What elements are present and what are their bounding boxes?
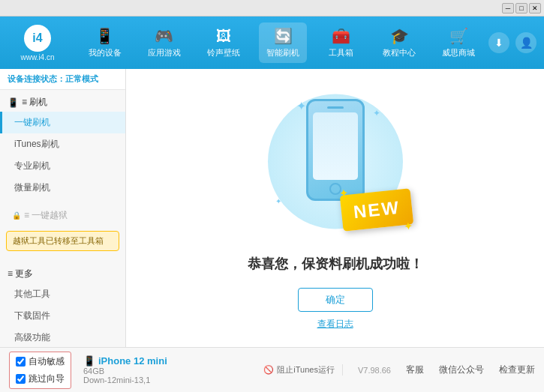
star-bottom: ✦ (403, 220, 413, 232)
device-status: 设备连接状态：正常模式 (0, 69, 125, 90)
jailbreak-disabled: 🔒 ≡ 一键越狱 (0, 205, 125, 226)
logo-area[interactable]: i4 www.i4.cn (8, 25, 68, 61)
sidebar: 设备连接状态：正常模式 📱 ≡ 刷机 一键刷机 iTunes刷机 专业刷机 微量… (0, 69, 126, 347)
device-storage: 64GB (83, 367, 167, 376)
nav-my-device[interactable]: 📱 我的设备 (81, 22, 129, 63)
main-content: ✦ ✦ ✦ ✦ NEW ✦ (126, 69, 544, 347)
success-illustration: ✦ ✦ ✦ ✦ NEW ✦ (253, 85, 418, 243)
version-text: V7.98.66 (358, 366, 391, 375)
phone-illustration (306, 99, 365, 201)
checkbox-auto-label[interactable]: 自动敏感 (16, 355, 65, 368)
success-text: 恭喜您，保资料刷机成功啦！ (248, 255, 423, 273)
nav-smart-flash[interactable]: 🔄 智能刷机 (259, 22, 307, 63)
itunes-icon: 🚫 (263, 365, 274, 375)
device-info: 📱 iPhone 12 mini 64GB Down-12mini-13,1 (83, 355, 167, 385)
apps-games-label: 应用游戏 (148, 47, 181, 58)
sparkle-2: ✦ (373, 108, 380, 118)
sidebar-item-download-firmware[interactable]: 下载固件 (0, 305, 125, 327)
tutorial-icon: 🎓 (390, 27, 409, 45)
checkbox-group: 自动敏感 跳过向导 (9, 352, 71, 389)
toolbox-label: 工具箱 (329, 47, 353, 58)
ringtone-icon: 🖼 (216, 28, 231, 45)
ringtone-label: 铃声壁纸 (207, 47, 240, 58)
new-ribbon: ✦ NEW ✦ (339, 188, 413, 232)
header: i4 www.i4.cn 📱 我的设备 🎮 应用游戏 🖼 铃声壁纸 🔄 智能刷机… (0, 16, 544, 69)
support-link[interactable]: 客服 (406, 364, 424, 376)
nav-mall[interactable]: 🛒 威思商城 (434, 22, 482, 63)
sparkle-3: ✦ (275, 197, 281, 205)
itunes-label: 阻止iTunes运行 (277, 364, 335, 376)
lock-icon: 🔒 (12, 211, 21, 220)
logo-subtext: www.i4.cn (20, 53, 54, 61)
confirm-button[interactable]: 确定 (298, 288, 373, 312)
my-device-label: 我的设备 (89, 47, 122, 58)
log-link[interactable]: 查看日志 (317, 318, 353, 331)
status-value: 正常模式 (65, 74, 98, 83)
minimize-button[interactable]: ─ (502, 3, 514, 13)
sidebar-item-pro-flash[interactable]: 专业刷机 (0, 155, 125, 177)
nav-toolbox[interactable]: 🧰 工具箱 (319, 22, 364, 63)
device-name-text: iPhone 12 mini (98, 355, 167, 367)
sidebar-item-one-click-flash[interactable]: 一键刷机 (0, 112, 125, 133)
wechat-link[interactable]: 微信公众号 (439, 364, 484, 376)
titlebar: ─ □ ✕ (0, 0, 544, 16)
smart-flash-icon: 🔄 (274, 27, 293, 45)
bottom-right: 🚫 阻止iTunes运行 V7.98.66 客服 微信公众号 检查更新 (263, 364, 535, 376)
mall-label: 威思商城 (442, 47, 475, 58)
nav-tutorial[interactable]: 🎓 教程中心 (375, 22, 423, 63)
update-link[interactable]: 检查更新 (499, 364, 535, 376)
status-label: 设备连接状态： (8, 74, 65, 83)
tutorial-label: 教程中心 (383, 47, 416, 58)
phone-speaker (327, 106, 344, 109)
device-name-row: 📱 iPhone 12 mini (83, 355, 167, 367)
nav-ringtone[interactable]: 🖼 铃声壁纸 (200, 23, 248, 63)
checkbox-skip-label[interactable]: 跳过向导 (16, 373, 65, 385)
close-button[interactable]: ✕ (529, 3, 541, 13)
user-button[interactable]: 👤 (515, 32, 536, 53)
star-top: ✦ (338, 187, 349, 199)
logo-icon: i4 (24, 25, 51, 52)
sparkle-1: ✦ (296, 99, 306, 113)
mall-icon: 🛒 (449, 27, 468, 45)
sidebar-item-brush-flash[interactable]: 微量刷机 (0, 177, 125, 199)
itunes-status: 🚫 阻止iTunes运行 (263, 364, 343, 376)
sidebar-item-other-tools[interactable]: 其他工具 (0, 283, 125, 305)
smart-flash-label: 智能刷机 (266, 47, 299, 58)
header-actions: ⬇ 👤 (488, 32, 536, 53)
sidebar-item-advanced[interactable]: 高级功能 (0, 327, 125, 347)
flash-icon: 📱 (8, 97, 19, 108)
apps-games-icon: 🎮 (155, 27, 173, 45)
more-section-title: ≡ 更多 (0, 262, 125, 283)
nav-apps-games[interactable]: 🎮 应用游戏 (140, 22, 188, 63)
content-area: 设备连接状态：正常模式 📱 ≡ 刷机 一键刷机 iTunes刷机 专业刷机 微量… (0, 69, 544, 347)
device-phone-icon: 📱 (83, 355, 95, 367)
bottom-bar: 自动敏感 跳过向导 📱 iPhone 12 mini 64GB Down-12m… (0, 347, 544, 392)
phone-screen (313, 112, 358, 180)
checkbox-auto[interactable] (16, 357, 26, 367)
my-device-icon: 📱 (95, 27, 114, 45)
flash-section-title: 📱 ≡ 刷机 (0, 90, 125, 112)
nav-bar: 📱 我的设备 🎮 应用游戏 🖼 铃声壁纸 🔄 智能刷机 🧰 工具箱 🎓 (75, 22, 488, 63)
notice-box: 越狱工具已转移至工具箱 (6, 231, 119, 251)
checkbox-skip[interactable] (16, 374, 26, 384)
sidebar-item-itunes-flash[interactable]: iTunes刷机 (0, 133, 125, 155)
maximize-button[interactable]: □ (515, 3, 527, 13)
new-badge: ✦ NEW ✦ (339, 188, 413, 232)
device-model: Down-12mini-13,1 (83, 376, 167, 385)
download-button[interactable]: ⬇ (488, 32, 509, 53)
app-container: i4 www.i4.cn 📱 我的设备 🎮 应用游戏 🖼 铃声壁纸 🔄 智能刷机… (0, 16, 544, 392)
toolbox-icon: 🧰 (332, 27, 350, 45)
